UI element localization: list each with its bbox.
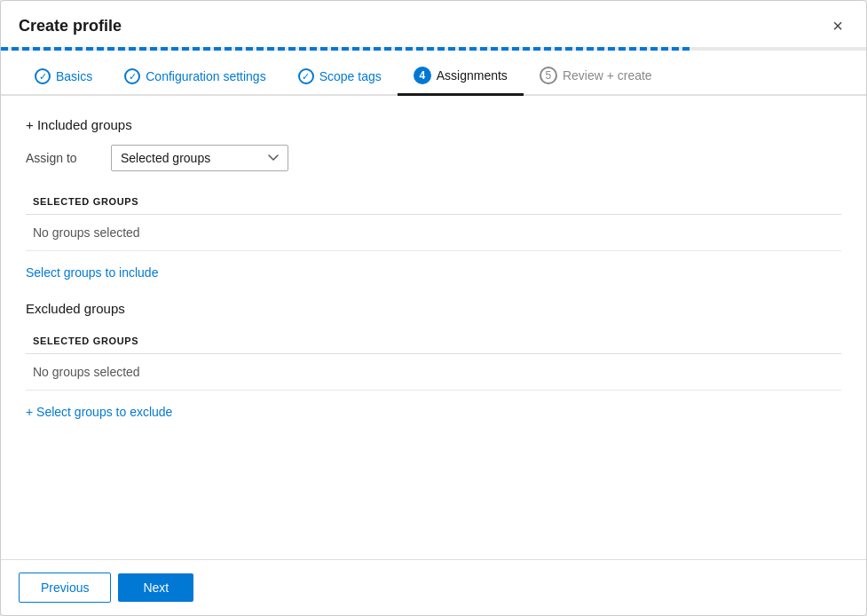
tab-review-create[interactable]: 5 Review + create xyxy=(524,58,668,96)
tab-num-review: 5 xyxy=(540,67,557,84)
progress-fill xyxy=(1,47,693,51)
check-icon-configuration: ✓ xyxy=(124,68,140,84)
create-profile-dialog: Create profile × ✓ Basics ✓ Configuratio… xyxy=(0,0,867,616)
excluded-table-column: SELECTED GROUPS xyxy=(26,328,841,354)
tab-label-basics: Basics xyxy=(56,69,92,83)
assign-to-row: Assign to Selected groups xyxy=(26,145,841,171)
included-empty-text: No groups selected xyxy=(26,215,841,251)
check-icon-basics: ✓ xyxy=(35,68,51,84)
dialog-title: Create profile xyxy=(19,17,122,36)
included-groups-heading: + Included groups xyxy=(26,117,841,132)
check-icon-scope: ✓ xyxy=(298,68,314,84)
assign-to-select[interactable]: Selected groups xyxy=(111,145,288,171)
excluded-groups-heading: Excluded groups xyxy=(26,301,841,316)
dialog-header: Create profile × xyxy=(1,1,866,47)
included-table-column: SELECTED GROUPS xyxy=(26,189,841,215)
tab-scope-tags[interactable]: ✓ Scope tags xyxy=(282,59,398,96)
dialog-footer: Previous Next xyxy=(1,559,866,615)
assign-to-label: Assign to xyxy=(26,151,97,165)
previous-button[interactable]: Previous xyxy=(19,573,111,603)
select-groups-include-link[interactable]: Select groups to include xyxy=(26,265,158,280)
next-button[interactable]: Next xyxy=(118,573,193,602)
tab-label-review: Review + create xyxy=(563,68,652,83)
tab-configuration-settings[interactable]: ✓ Configuration settings xyxy=(108,59,281,96)
excluded-groups-table: SELECTED GROUPS No groups selected xyxy=(26,328,841,391)
tabs-row: ✓ Basics ✓ Configuration settings ✓ Scop… xyxy=(1,58,866,96)
close-button[interactable]: × xyxy=(827,15,848,36)
progress-bar xyxy=(1,47,866,51)
excluded-table-row: No groups selected xyxy=(26,354,841,391)
tab-assignments[interactable]: 4 Assignments xyxy=(398,58,524,96)
dialog-body: + Included groups Assign to Selected gro… xyxy=(1,96,866,559)
select-groups-exclude-link[interactable]: + Select groups to exclude xyxy=(26,405,172,419)
included-table-row: No groups selected xyxy=(26,215,841,251)
tab-label-configuration: Configuration settings xyxy=(146,69,265,83)
tab-label-scope: Scope tags xyxy=(319,69,382,83)
tab-label-assignments: Assignments xyxy=(437,68,508,83)
included-groups-table: SELECTED GROUPS No groups selected xyxy=(26,189,841,251)
tab-basics[interactable]: ✓ Basics xyxy=(19,59,108,96)
tab-num-assignments: 4 xyxy=(414,67,431,84)
excluded-empty-text: No groups selected xyxy=(26,354,841,391)
